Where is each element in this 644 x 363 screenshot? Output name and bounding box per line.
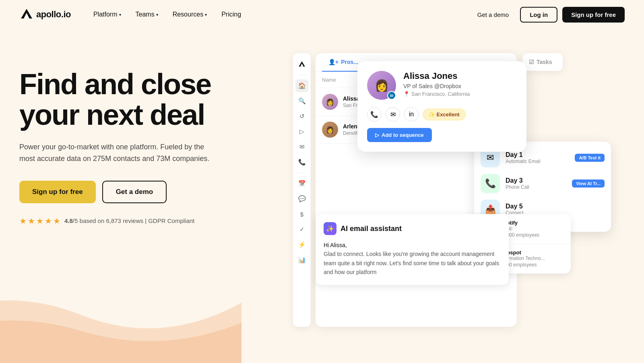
- star-4: ★: [45, 216, 52, 226]
- navbar: apollo.io Platform ▾ Teams ▾ Resources ▾…: [0, 0, 644, 29]
- ai-panel-header: ✨ AI email assistant: [324, 222, 501, 235]
- linkedin-icon-btn[interactable]: in: [404, 107, 419, 122]
- signup-button-nav[interactable]: Sign up for free: [562, 7, 625, 23]
- profile-name: Alissa Jones: [403, 71, 517, 81]
- prospects-tab-icon: 👤+: [328, 59, 339, 65]
- company-employees-hubspot: 9,500 employees: [500, 262, 564, 268]
- hero-heading: Find and close your next deal: [19, 69, 277, 130]
- profile-header: 👩 in Alissa Jones VP of Sales @Dropbox 📍…: [367, 71, 517, 100]
- tasks-tab-label: ☑ Tasks: [529, 59, 556, 65]
- sidebar-icon-mail[interactable]: ✉: [295, 140, 308, 153]
- sidebar-divider: [297, 75, 307, 75]
- logo[interactable]: apollo.io: [19, 7, 71, 22]
- sidebar-icon-dollar[interactable]: $: [295, 208, 308, 221]
- ai-icon: ✨: [324, 222, 336, 235]
- sidebar-icon-send[interactable]: ▷: [295, 125, 308, 138]
- rating-score: 4.8/5 based on 6,873 reviews | GDPR Comp…: [64, 217, 194, 224]
- company-name-spotify: Spotify: [500, 220, 564, 226]
- chevron-down-icon: ▾: [119, 12, 121, 17]
- nav-platform[interactable]: Platform ▾: [87, 8, 128, 21]
- sidebar-icon-search[interactable]: 🔍: [295, 95, 308, 107]
- sidebar-icon-chat[interactable]: 💬: [295, 192, 308, 205]
- sidebar-icon-check[interactable]: ✓: [295, 223, 308, 236]
- seq-type-1: Automatic Email: [506, 159, 569, 164]
- profile-icons: 📞 ✉ in ✨ Excellent: [367, 107, 517, 122]
- seq-day-2: Day 3: [506, 177, 566, 184]
- tasks-panel: ☑ Tasks: [522, 53, 563, 71]
- signup-button-hero[interactable]: Sign up for free: [19, 181, 96, 203]
- get-demo-link[interactable]: Get a demo: [471, 8, 515, 21]
- sequence-item-2: 📞 Day 3 Phone Call View AI Tr...: [481, 174, 605, 193]
- nav-pricing[interactable]: Pricing: [215, 8, 248, 21]
- company-info-hubspot: Hubspot Information Techno... 9,500 empl…: [500, 250, 564, 268]
- seq-badge-1[interactable]: A/B Test it: [575, 154, 605, 162]
- profile-location: 📍 San Francisco, California: [403, 91, 517, 97]
- company-industry-spotify: Music: [500, 226, 564, 231]
- sidebar-icon-home[interactable]: 🏠: [295, 79, 308, 92]
- hero-right: 🏠 🔍 ↺ ▷ ✉ 📞 📅 💬 $ ✓ ⚡ 📊 👤+ Pros... ···: [277, 45, 625, 363]
- nav-links: Platform ▾ Teams ▾ Resources ▾ Pricing: [87, 8, 471, 21]
- nav-teams[interactable]: Teams ▾: [129, 8, 165, 21]
- hero-rating: ★ ★ ★ ★ ★ 4.8/5 based on 6,873 reviews |…: [19, 216, 277, 226]
- quality-badge: ✨ Excellent: [423, 109, 466, 120]
- ai-email-panel: ✨ AI email assistant Hi Alissa, Glad to …: [316, 214, 509, 285]
- chevron-down-icon: ▾: [205, 12, 207, 17]
- sidebar-icon-phone[interactable]: 📞: [295, 156, 308, 169]
- location-pin-icon: 📍: [403, 91, 410, 97]
- chevron-down-icon: ▾: [156, 12, 158, 17]
- profile-card: 👩 in Alissa Jones VP of Sales @Dropbox 📍…: [357, 61, 526, 152]
- tasks-checkbox-icon: ☑: [529, 59, 534, 65]
- logo-text: apollo.io: [36, 9, 71, 20]
- ai-panel-body: Hi Alissa, Glad to connect. Looks like y…: [324, 241, 501, 277]
- phone-sequence-icon: 📞: [481, 174, 500, 193]
- dropbox-badge: in: [387, 91, 396, 100]
- avatar-arlene: 👩: [322, 122, 338, 138]
- sidebar-icon-lightning[interactable]: ⚡: [295, 238, 308, 251]
- ai-body-text: Glad to connect. Looks like you're growi…: [324, 250, 501, 276]
- profile-info: Alissa Jones VP of Sales @Dropbox 📍 San …: [403, 71, 517, 97]
- company-employees-spotify: 15,000 employees: [500, 232, 564, 238]
- profile-avatar: 👩 in: [367, 71, 396, 100]
- sidebar-divider-2: [297, 173, 307, 173]
- star-2: ★: [28, 216, 35, 226]
- demo-button-hero[interactable]: Get a demo: [102, 181, 167, 203]
- rating-stars: ★ ★ ★ ★ ★: [19, 216, 60, 226]
- sidebar-icon-chart[interactable]: 📊: [295, 254, 308, 266]
- hero-section: Find and close your next deal Power your…: [0, 29, 644, 363]
- hero-subtext: Power your go-to-market with one platfor…: [19, 141, 213, 165]
- hero-left: Find and close your next deal Power your…: [19, 45, 277, 226]
- company-name-hubspot: Hubspot: [500, 250, 564, 256]
- seq-info-1: Day 1 Automatic Email: [506, 151, 569, 164]
- profile-title: VP of Sales @Dropbox: [403, 83, 517, 89]
- seq-info-2: Day 3 Phone Call: [506, 177, 566, 190]
- seq-badge-2[interactable]: View AI Tr...: [572, 179, 605, 188]
- avatar-alissa: 👩: [322, 94, 338, 110]
- sequence-arrow-icon: ▷: [375, 132, 379, 138]
- add-to-sequence-button[interactable]: ▷ Add to sequence: [367, 128, 432, 142]
- company-industry-hubspot: Information Techno...: [500, 256, 564, 261]
- sidebar-icon-refresh[interactable]: ↺: [295, 110, 308, 123]
- ai-greeting: Hi Alissa,: [324, 241, 501, 250]
- star-1: ★: [19, 216, 27, 226]
- hero-buttons: Sign up for free Get a demo: [19, 181, 277, 203]
- seq-day-1: Day 1: [506, 151, 569, 159]
- sidebar-icon-logo: [295, 58, 308, 71]
- login-button[interactable]: Log in: [520, 7, 557, 23]
- email-icon-btn[interactable]: ✉: [386, 107, 400, 122]
- seq-type-2: Phone Call: [506, 184, 566, 190]
- star-3: ★: [36, 216, 43, 226]
- call-icon-btn[interactable]: 📞: [367, 107, 382, 122]
- company-info-spotify: Spotify Music 15,000 employees: [500, 220, 564, 238]
- seq-day-3: Day 5: [506, 203, 605, 210]
- nav-actions: Get a demo Log in Sign up for free: [471, 7, 625, 23]
- sidebar-icon-calendar[interactable]: 📅: [295, 177, 308, 190]
- wave-decoration: [0, 242, 242, 363]
- sidebar-strip: 🏠 🔍 ↺ ▷ ✉ 📞 📅 💬 $ ✓ ⚡ 📊: [293, 53, 311, 327]
- nav-resources[interactable]: Resources ▾: [166, 8, 213, 21]
- star-5: ★: [53, 216, 60, 226]
